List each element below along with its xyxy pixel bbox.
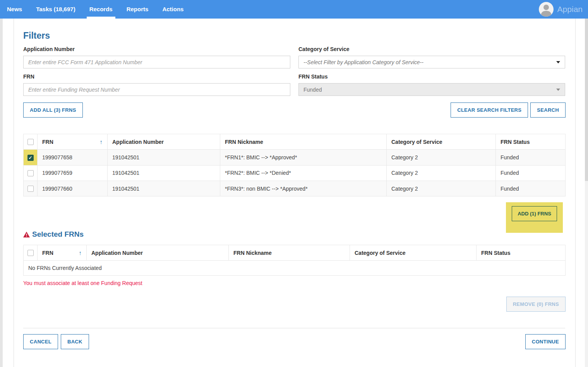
column-header-application-number[interactable]: Application Number: [108, 134, 220, 150]
chevron-down-icon: [556, 61, 560, 63]
spacer: [89, 334, 525, 349]
footer-actions-row: CANCEL BACK CONTINUE: [23, 334, 566, 349]
column-header-frn-label: FRN: [42, 250, 53, 256]
frn-results-table: FRN ↑ Application Number FRN Nickname Ca…: [23, 134, 566, 196]
cell-category-of-service: Category 2: [387, 165, 496, 181]
cell-application-number: 191042501: [108, 181, 220, 196]
row-checkbox-cell: [24, 181, 38, 196]
scrollbar[interactable]: [585, 19, 588, 367]
add-frns-highlight: ADD (1) FRNS: [506, 202, 563, 233]
cell-frn-status: Funded: [496, 165, 566, 181]
nav-item-tasks[interactable]: Tasks (18,697): [29, 0, 82, 19]
add-all-frns-button[interactable]: ADD ALL (3) FRNS: [23, 102, 83, 118]
scrollbar-thumb[interactable]: [585, 19, 588, 181]
nav-item-records[interactable]: Records: [82, 0, 120, 19]
application-number-input[interactable]: [23, 56, 290, 68]
column-header-frn[interactable]: FRN ↑: [38, 245, 87, 261]
category-of-service-select[interactable]: --Select Filter by Application Category …: [298, 56, 565, 68]
cell-application-number: 191042501: [108, 150, 220, 165]
left-gutter: [0, 19, 3, 367]
column-header-frn[interactable]: FRN ↑: [38, 134, 108, 150]
frn-status-select: Funded: [298, 83, 565, 96]
search-button[interactable]: SEARCH: [530, 102, 566, 118]
frn-status-field-group: FRN Status Funded: [298, 73, 565, 96]
column-header-frn-nickname[interactable]: FRN Nickname: [229, 245, 350, 261]
warning-icon: [23, 232, 30, 237]
user-avatar[interactable]: [539, 2, 554, 17]
empty-state-message: No FRNs Currently Associated: [24, 261, 566, 276]
frn-status-selected-value: Funded: [303, 87, 556, 93]
column-header-frn-label: FRN: [42, 139, 53, 145]
cell-frn-nickname: *FRN3*: non BMIC --> *Approved*: [220, 181, 387, 196]
table-row: 1999077659 191042501 *FRN2*: BMIC --> *D…: [24, 165, 566, 181]
row-checkbox[interactable]: [27, 186, 34, 192]
nav-spacer: [190, 0, 538, 19]
cell-frn: 1999077659: [38, 165, 108, 181]
empty-state-row: No FRNs Currently Associated: [24, 261, 566, 276]
nav-item-reports[interactable]: Reports: [120, 0, 156, 19]
continue-button[interactable]: CONTINUE: [525, 334, 566, 349]
selected-header-row: FRN ↑ Application Number FRN Nickname Ca…: [24, 245, 566, 261]
row-checkbox-cell: [24, 165, 38, 181]
cell-frn-nickname: *FRN1*: BMIC --> *Approved*: [220, 150, 387, 165]
cell-category-of-service: Category 2: [387, 150, 496, 165]
selected-frns-title-text: Selected FRNs: [32, 230, 84, 239]
cancel-button[interactable]: CANCEL: [23, 334, 58, 349]
appian-logo: Appian: [557, 0, 588, 19]
selected-frns-table: FRN ↑ Application Number FRN Nickname Ca…: [23, 245, 566, 276]
select-all-checkbox[interactable]: [27, 139, 34, 145]
cell-frn-status: Funded: [496, 150, 566, 165]
frn-label: FRN: [23, 73, 290, 80]
footer-divider: [23, 328, 565, 328]
column-header-frn-status[interactable]: FRN Status: [477, 245, 566, 261]
validation-error-message: You must associate at least one Funding …: [23, 280, 566, 286]
selected-frns-heading: Selected FRNs: [23, 230, 84, 239]
nav-item-actions[interactable]: Actions: [155, 0, 190, 19]
column-header-frn-nickname[interactable]: FRN Nickname: [220, 134, 387, 150]
filters-heading: Filters: [23, 31, 566, 41]
category-of-service-selected-value: --Select Filter by Application Category …: [303, 59, 556, 65]
back-button[interactable]: BACK: [61, 334, 89, 349]
category-of-service-field-group: Category of Service --Select Filter by A…: [298, 46, 565, 68]
cell-frn-status: Funded: [496, 181, 566, 196]
results-header-row: FRN ↑ Application Number FRN Nickname Ca…: [24, 134, 566, 150]
category-of-service-label: Category of Service: [298, 46, 565, 52]
sort-ascending-icon[interactable]: ↑: [100, 138, 103, 145]
nav-item-news[interactable]: News: [0, 0, 29, 19]
filter-actions-row: ADD ALL (3) FRNS CLEAR SEARCH FILTERS SE…: [23, 102, 566, 118]
add-frns-button[interactable]: ADD (1) FRNS: [512, 206, 557, 221]
table-row: 1999077658 191042501 *FRN1*: BMIC --> *A…: [24, 150, 566, 165]
cell-frn-nickname: *FRN2*: BMIC --> *Denied*: [220, 165, 387, 181]
add-frns-band: ADD (1) FRNS Selected FRNs: [23, 202, 566, 245]
application-number-label: Application Number: [23, 46, 290, 52]
row-checkbox-cell-highlighted: [24, 150, 38, 165]
column-header-application-number[interactable]: Application Number: [87, 245, 229, 261]
table-row: 1999077660 191042501 *FRN3*: non BMIC --…: [24, 181, 566, 196]
column-header-frn-status[interactable]: FRN Status: [496, 134, 566, 150]
chevron-down-icon: [556, 89, 560, 91]
clear-search-filters-button[interactable]: CLEAR SEARCH FILTERS: [451, 102, 528, 118]
frn-status-label: FRN Status: [298, 73, 565, 80]
frn-input[interactable]: [23, 83, 290, 96]
select-all-checkbox[interactable]: [27, 250, 34, 256]
remove-frns-button: REMOVE (0) FRNS: [506, 297, 566, 312]
row-checkbox[interactable]: [27, 155, 34, 161]
cell-application-number: 191042501: [108, 165, 220, 181]
application-number-field-group: Application Number: [23, 46, 290, 68]
sort-ascending-icon[interactable]: ↑: [79, 249, 82, 256]
cell-frn: 1999077660: [38, 181, 108, 196]
top-navigation: News Tasks (18,697) Records Reports Acti…: [0, 0, 588, 19]
select-all-checkbox-cell: [24, 134, 38, 150]
person-icon: [539, 2, 554, 17]
frn-field-group: FRN: [23, 73, 290, 96]
remove-frns-row: REMOVE (0) FRNS: [23, 297, 566, 312]
column-header-category-of-service[interactable]: Category of Service: [387, 134, 496, 150]
cell-category-of-service: Category 2: [387, 181, 496, 196]
row-checkbox[interactable]: [27, 170, 34, 176]
column-header-category-of-service[interactable]: Category of Service: [350, 245, 477, 261]
select-all-checkbox-cell: [24, 245, 38, 261]
cell-frn: 1999077658: [38, 150, 108, 165]
filter-grid: Application Number Category of Service -…: [23, 46, 566, 96]
content-panel: Filters Application Number Category of S…: [14, 19, 576, 367]
